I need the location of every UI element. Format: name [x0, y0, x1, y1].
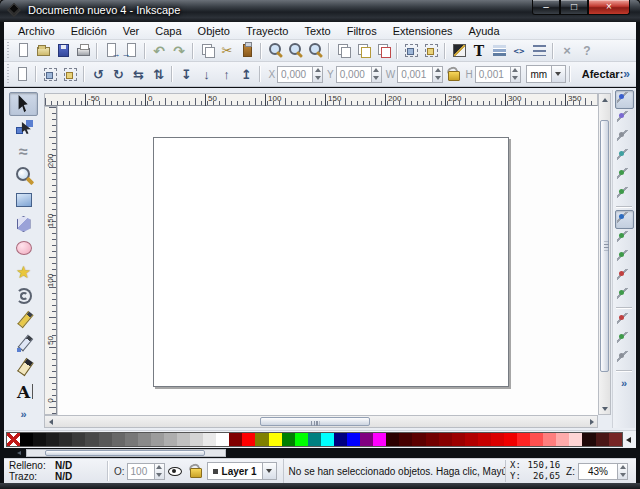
- open-document-button[interactable]: [33, 41, 53, 60]
- document-page[interactable]: [153, 137, 509, 387]
- zoom-tool-button[interactable]: [9, 164, 38, 188]
- snap-bbox-edges-button[interactable]: [615, 128, 634, 147]
- spin-up-icon[interactable]: [618, 464, 627, 472]
- y-field[interactable]: 0,000: [336, 66, 372, 83]
- opacity-field[interactable]: 100: [127, 463, 155, 480]
- scroll-right-icon[interactable]: [586, 416, 597, 427]
- swatch-c1c1c1[interactable]: [177, 433, 190, 446]
- swatch-9c9c9c[interactable]: [151, 433, 164, 446]
- spin-down-icon[interactable]: [155, 471, 164, 479]
- spin-down-icon[interactable]: [433, 74, 442, 82]
- align-dialog-button[interactable]: [529, 41, 549, 60]
- swatch-2b0000[interactable]: [386, 433, 399, 446]
- rotate-cw-button[interactable]: ↻: [108, 65, 128, 84]
- layer-visibility-eye-icon[interactable]: [168, 464, 182, 478]
- menu-objeto[interactable]: Objeto: [190, 23, 238, 39]
- swatch-762525[interactable]: [609, 433, 622, 446]
- swatch-870000[interactable]: [439, 433, 452, 446]
- vertical-ruler[interactable]: 200150100500: [44, 106, 57, 415]
- fill-stroke-indicator[interactable]: Relleno:N/D Trazo:N/D: [4, 460, 104, 482]
- scroll-up-icon[interactable]: [599, 94, 610, 105]
- swatch-ffabab[interactable]: [556, 433, 569, 446]
- vertical-scrollbar-thumb[interactable]: [600, 120, 609, 372]
- preferences-button[interactable]: ×: [557, 41, 577, 60]
- dropdown-arrow-icon[interactable]: [263, 462, 277, 480]
- layer-name[interactable]: Layer 1: [207, 462, 263, 480]
- ellipse-tool-button[interactable]: [9, 236, 38, 260]
- menu-trayecto[interactable]: Trayecto: [238, 23, 296, 39]
- snap-nodes-button[interactable]: [615, 210, 634, 229]
- menu-capa[interactable]: Capa: [147, 23, 189, 39]
- swatch-db0000[interactable]: [491, 433, 504, 446]
- horizontal-scrollbar[interactable]: [44, 415, 598, 428]
- swatch-00ffff[interactable]: [321, 433, 334, 446]
- flip-vertical-button[interactable]: ⇅: [148, 65, 168, 84]
- swatch-800000[interactable]: [229, 433, 242, 446]
- snap-bbox-centers-button[interactable]: [615, 185, 634, 204]
- toolbox-overflow-button[interactable]: »: [20, 408, 26, 420]
- swatch-aeaeae[interactable]: [164, 433, 177, 446]
- paste-button[interactable]: [237, 41, 257, 60]
- zoom-drawing-button[interactable]: [265, 41, 285, 60]
- horizontal-scrollbar-thumb[interactable]: [260, 417, 370, 426]
- swatch-ff2424[interactable]: [517, 433, 530, 446]
- cut-button[interactable]: ✂: [217, 41, 237, 60]
- swatch-9c0000[interactable]: [452, 433, 465, 446]
- spin-up-icon[interactable]: [433, 67, 442, 75]
- export-button[interactable]: [121, 41, 141, 60]
- spin-up-icon[interactable]: [313, 67, 322, 75]
- zoom-page-button[interactable]: [305, 41, 325, 60]
- spin-up-icon[interactable]: [372, 67, 381, 75]
- snap-midpoints-button[interactable]: [615, 311, 634, 330]
- toolbar-grip[interactable]: [6, 64, 10, 84]
- raise-button[interactable]: ↑: [216, 65, 236, 84]
- unlink-clone-button[interactable]: [373, 41, 393, 60]
- snap-bbox-corners-button[interactable]: [615, 147, 634, 166]
- swatch-3a3a3a[interactable]: [72, 433, 85, 446]
- height-field-spinner[interactable]: [511, 66, 521, 83]
- snap-rotation-centers-button[interactable]: [615, 349, 634, 368]
- scroll-left-icon[interactable]: [45, 416, 56, 427]
- swatch-8a8a8a[interactable]: [138, 433, 151, 446]
- layer-lock-icon[interactable]: [188, 463, 202, 479]
- raise-to-top-button[interactable]: ↥: [236, 65, 256, 84]
- zoom-selection-button[interactable]: [285, 41, 305, 60]
- swatch-787878[interactable]: [125, 433, 138, 446]
- swatch-c60000[interactable]: [478, 433, 491, 446]
- swatch-494949[interactable]: [85, 433, 98, 446]
- group-button[interactable]: [401, 41, 421, 60]
- swatch-0000ff[interactable]: [347, 433, 360, 446]
- snap-cusp-nodes-button[interactable]: [615, 267, 634, 286]
- box3d-tool-button[interactable]: [9, 212, 38, 236]
- spin-down-icon[interactable]: [313, 74, 322, 82]
- save-document-button[interactable]: [53, 41, 73, 60]
- menu-edicion[interactable]: Edición: [63, 23, 115, 39]
- toolbar-overflow-button[interactable]: »: [623, 67, 630, 81]
- copy-button[interactable]: [197, 41, 217, 60]
- swatch-008000[interactable]: [282, 433, 295, 446]
- swatch-200808[interactable]: [582, 433, 595, 446]
- swatch-5c0000[interactable]: [412, 433, 425, 446]
- layer-selector[interactable]: Layer 1: [207, 462, 277, 480]
- swatch-ffd5d5[interactable]: [569, 433, 582, 446]
- swatch-ffff00[interactable]: [269, 433, 282, 446]
- swatch-e9e9e9[interactable]: [203, 433, 216, 446]
- snap-path-intersections-button[interactable]: [615, 248, 634, 267]
- lower-button[interactable]: ↓: [196, 65, 216, 84]
- units-value[interactable]: mm: [526, 65, 552, 83]
- snapping-toggle-button[interactable]: [615, 90, 634, 109]
- duplicate-button[interactable]: [333, 41, 353, 60]
- swatch-none[interactable]: [7, 433, 20, 446]
- text-dialog-button[interactable]: T: [469, 41, 489, 60]
- dropdown-arrow-icon[interactable]: [552, 65, 566, 83]
- redo-button[interactable]: ↷: [169, 41, 189, 60]
- tweak-tool-button[interactable]: ≈: [9, 140, 38, 164]
- new-document-button[interactable]: [13, 41, 33, 60]
- text-tool-button[interactable]: A: [9, 380, 38, 404]
- zoom-spinner[interactable]: [618, 463, 628, 480]
- pencil-tool-button[interactable]: [9, 308, 38, 332]
- layers-dialog-button[interactable]: [489, 41, 509, 60]
- swatch-ff5050[interactable]: [530, 433, 543, 446]
- swatch-585858[interactable]: [99, 433, 112, 446]
- rotate-ccw-button[interactable]: ↺: [88, 65, 108, 84]
